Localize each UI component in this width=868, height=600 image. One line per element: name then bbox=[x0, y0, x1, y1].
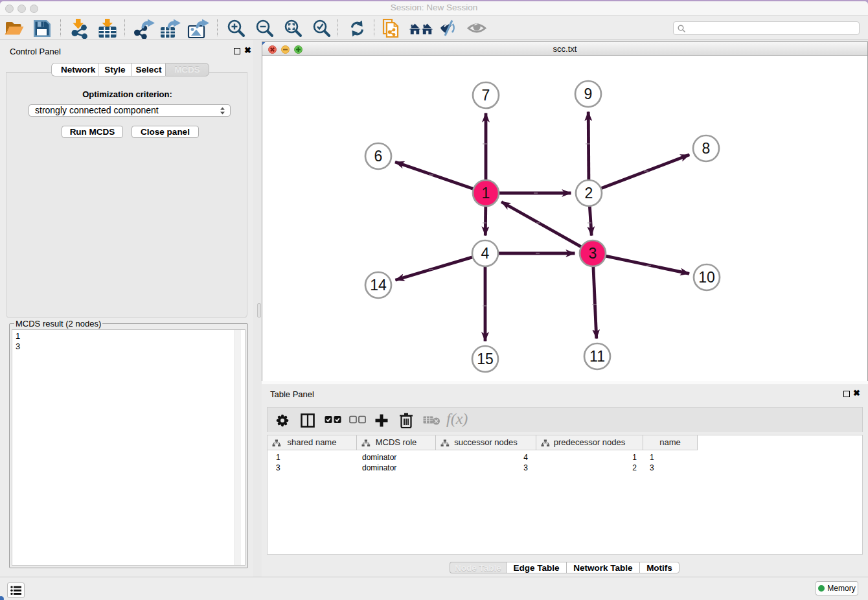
svg-text:14: 14 bbox=[370, 277, 387, 294]
svg-text:8: 8 bbox=[702, 140, 711, 157]
svg-text:10: 10 bbox=[698, 269, 715, 286]
svg-text:1: 1 bbox=[482, 185, 490, 202]
svg-text:15: 15 bbox=[477, 351, 494, 367]
svg-text:11: 11 bbox=[589, 348, 605, 365]
svg-text:2: 2 bbox=[585, 185, 593, 202]
svg-text:6: 6 bbox=[374, 148, 383, 165]
svg-text:9: 9 bbox=[584, 86, 593, 102]
svg-text:7: 7 bbox=[482, 87, 490, 104]
svg-text:4: 4 bbox=[481, 245, 490, 262]
svg-text:3: 3 bbox=[589, 245, 597, 262]
